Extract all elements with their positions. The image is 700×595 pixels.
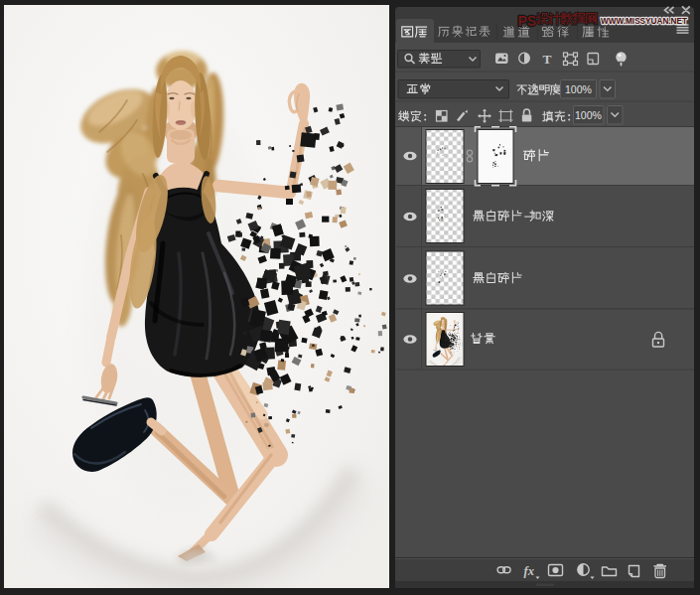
svg-text:T: T — [543, 52, 552, 67]
svg-text:PS: PS — [518, 13, 537, 29]
svg-text:fx: fx — [524, 564, 534, 578]
svg-text:WWW.MISSYUAN.NET: WWW.MISSYUAN.NET — [601, 15, 687, 26]
svg-text:100%: 100% — [565, 83, 592, 95]
svg-text:100%: 100% — [575, 109, 602, 121]
